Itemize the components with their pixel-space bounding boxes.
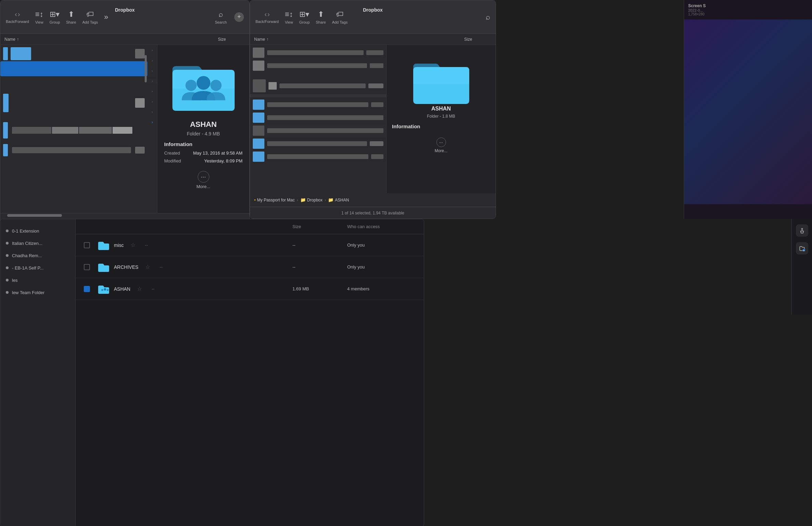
row-checkbox-archives[interactable] (84, 264, 90, 270)
path-seg-1-right[interactable]: My Passport for Mac (257, 198, 295, 202)
preview-info-label-right: Information (392, 123, 420, 129)
app-sidebar: 0-1 Extension Italian Citizen... Chadha … (0, 219, 76, 526)
group-label-right: Group (299, 20, 310, 24)
file-row[interactable] (0, 143, 147, 157)
table-row[interactable]: misc ☆ -- -- Only you (76, 234, 424, 256)
more-btn-right[interactable]: ··· More... (435, 137, 447, 153)
row-dash-archives: -- (160, 264, 177, 269)
screen-date: 2022-0... (688, 8, 808, 12)
screen-thumb-header: Screen S 2022-0... 1,758×280 (684, 0, 812, 19)
file-row[interactable] (0, 46, 147, 61)
app-bottom-window: 0-1 Extension Italian Citizen... Chadha … (0, 219, 424, 526)
share-btn-left[interactable]: ⬆ Share (66, 10, 76, 24)
view-icon-right: ≡↕ (285, 10, 293, 19)
file-row[interactable] (0, 61, 147, 76)
screen-thumbnail-area: Screen S 2022-0... 1,758×280 (684, 0, 812, 219)
pin-icon-btn[interactable] (796, 224, 808, 237)
file-row[interactable] (250, 78, 386, 93)
col-name-right[interactable]: Name ↑ (254, 37, 464, 42)
file-row[interactable] (250, 111, 386, 124)
screen-size: 1,758×280 (688, 12, 808, 16)
add-tags-icon-right: 🏷 (336, 10, 343, 19)
group-btn-left[interactable]: ⊞▾ Group (50, 10, 60, 24)
file-row[interactable] (0, 93, 147, 113)
table-header: Size Who can access (76, 219, 424, 234)
file-row[interactable] (250, 150, 386, 163)
row-name-archives: ARCHIVES (114, 264, 139, 270)
table-row[interactable]: ASHAN ☆ -- 1.69 MB 4 members (76, 278, 424, 300)
col-size-right[interactable]: Size (464, 37, 492, 42)
search-icon-left: ⌕ (219, 10, 223, 19)
preview-title-right: ASHAN (431, 106, 451, 112)
path-bar-right: ▪ My Passport for Mac › 📁 Dropbox › 📁 AS… (250, 193, 496, 207)
more-label-right: More... (435, 148, 447, 153)
file-row[interactable] (250, 46, 386, 59)
row-star-misc[interactable]: ☆ (131, 242, 141, 248)
folder-badge-btn[interactable]: + (796, 242, 808, 254)
file-row[interactable] (0, 121, 147, 139)
share-label-left: Share (66, 20, 76, 24)
more-btn-left[interactable]: » (104, 13, 108, 22)
sidebar-dot-2 (6, 254, 9, 257)
back-forward-right[interactable]: ‹ › Back/Forward (256, 10, 279, 24)
row-checkbox-misc[interactable] (84, 242, 90, 248)
sidebar-dot-0 (6, 229, 9, 232)
svg-point-4 (104, 288, 106, 290)
share-label-right: Share (316, 20, 326, 24)
add-tags-btn-left[interactable]: 🏷 Add Tags (82, 10, 98, 24)
group-btn-right[interactable]: ⊞▾ Group (299, 10, 310, 24)
group-icon-right: ⊞▾ (299, 10, 309, 19)
file-row[interactable] (250, 137, 386, 150)
col-size-left[interactable]: Size (218, 37, 245, 42)
sidebar-item-1[interactable]: Italian Citizen... (0, 237, 75, 249)
search-label-left: Search (215, 20, 227, 24)
preview-subtitle-right: Folder - 1.8 MB (427, 114, 455, 119)
sidebar-item-3[interactable]: - EB-1A Self P... (0, 262, 75, 274)
back-arrow-right[interactable]: ‹ (264, 10, 267, 18)
toolbar-title-left: Dropbox (115, 7, 135, 13)
row-who-ashan: 4 members (347, 286, 416, 291)
search-icon-right: ⌕ (486, 13, 490, 22)
file-list-left: › › › › › › › › (0, 45, 249, 213)
file-row[interactable] (250, 59, 386, 72)
folder-icon-misc (97, 240, 110, 250)
sidebar-item-4[interactable]: les (0, 274, 75, 286)
more-btn-left[interactable]: ··· More... (196, 171, 210, 189)
file-row[interactable] (250, 98, 386, 111)
back-arrow-left[interactable]: ‹ (15, 10, 17, 18)
back-forward-label-left: Back/Forward (6, 19, 29, 24)
new-tab-btn-left[interactable]: + (234, 12, 244, 22)
file-items-left (0, 45, 147, 213)
h-scroll-handle-left[interactable] (7, 214, 62, 217)
view-btn-left[interactable]: ≡↕ View (35, 10, 43, 24)
row-star-ashan[interactable]: ☆ (137, 286, 147, 292)
table-row[interactable]: ARCHIVES ☆ -- -- Only you (76, 256, 424, 278)
path-seg-3-right[interactable]: ASHAN (335, 198, 349, 202)
row-star-archives[interactable]: ☆ (145, 264, 156, 270)
sidebar-item-2[interactable]: Chadha Rem... (0, 249, 75, 262)
add-tags-btn-right[interactable]: 🏷 Add Tags (332, 10, 348, 24)
left-toolbar: ‹ › Back/Forward ≡↕ View ⊞▾ Group ⬆ Shar… (0, 0, 249, 34)
passport-icon: ▪ (254, 197, 256, 202)
row-checkbox-ashan[interactable] (84, 286, 90, 292)
search-btn-right[interactable]: ⌕ (486, 13, 490, 22)
sidebar-item-0[interactable]: 0-1 Extension (0, 225, 75, 237)
svg-point-2 (210, 80, 222, 91)
back-forward-left[interactable]: ‹ › Back/Forward (6, 10, 29, 24)
search-btn-left[interactable]: ⌕ Search (215, 10, 227, 24)
share-btn-right[interactable]: ⬆ Share (316, 10, 326, 24)
forward-arrow-right[interactable]: › (267, 10, 270, 18)
more-label-left: More... (196, 184, 210, 189)
sidebar-item-5[interactable]: lew Team Folder (0, 286, 75, 299)
folder-preview-icon-right (410, 53, 472, 101)
file-row[interactable] (250, 124, 386, 137)
forward-arrow-left[interactable]: › (18, 10, 20, 18)
col-name-left[interactable]: Name ↑ (4, 37, 218, 42)
view-btn-right[interactable]: ≡↕ View (285, 10, 293, 24)
th-size[interactable]: Size (292, 224, 347, 229)
h-scrollbar-left[interactable] (0, 213, 249, 217)
path-seg-2-right[interactable]: Dropbox (307, 198, 323, 202)
file-items-right (250, 45, 386, 193)
add-tags-label-left: Add Tags (82, 20, 98, 24)
right-icon-panel: + (791, 219, 812, 315)
